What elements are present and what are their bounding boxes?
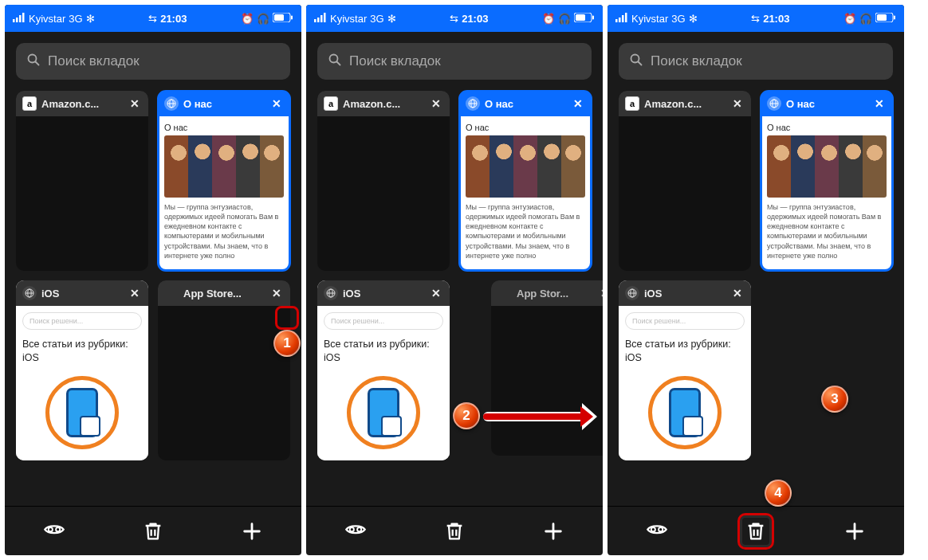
- signal-icon: [314, 13, 327, 25]
- search-icon: [630, 53, 643, 70]
- close-icon[interactable]: ✕: [872, 96, 887, 111]
- tab-search-input[interactable]: Поиск вкладок: [619, 43, 893, 80]
- svg-rect-35: [619, 18, 621, 22]
- svg-rect-3: [22, 13, 25, 22]
- ios-search-input[interactable]: Поиск решени...: [625, 312, 745, 330]
- tab-card-about[interactable]: О нас ✕ О нас Мы — группа энтузиастов, о…: [158, 91, 290, 271]
- marker-4: 4: [765, 480, 792, 507]
- svg-rect-39: [877, 14, 887, 21]
- close-icon[interactable]: ✕: [429, 286, 443, 300]
- about-text: Мы — группа энтузиастов, одержимых идеей…: [767, 202, 887, 260]
- apple-icon: [164, 286, 179, 300]
- status-bar: Kyivstar 3G ✻ ⇆ 21:03 ⏰ 🎧: [306, 5, 603, 32]
- svg-point-50: [659, 527, 663, 531]
- tab-card-amazon[interactable]: a Amazon.c... ✕: [16, 91, 148, 271]
- carrier-label: Kyivstar: [631, 13, 668, 25]
- close-icon[interactable]: ✕: [128, 96, 142, 111]
- about-heading: О нас: [767, 123, 887, 132]
- svg-rect-20: [324, 13, 326, 22]
- close-icon[interactable]: ✕: [571, 96, 585, 111]
- svg-rect-5: [274, 14, 284, 21]
- status-bar: Kyivstar 3G ✻ ⇆ 21:03 ⏰ 🎧: [608, 5, 904, 32]
- svg-rect-22: [576, 14, 585, 21]
- close-icon[interactable]: ✕: [429, 96, 443, 111]
- new-tab-button[interactable]: [234, 513, 270, 550]
- tab-title: App Store...: [183, 288, 265, 300]
- search-bar-wrap: Поиск вкладок: [608, 32, 904, 88]
- svg-rect-0: [13, 19, 15, 22]
- marker-3: 3: [821, 386, 848, 413]
- tab-card-about[interactable]: О нас ✕ О нас Мы — группа энтузиастов, о…: [761, 91, 893, 271]
- tab-card-ios[interactable]: iOS ✕ Поиск решени... Все статьи из рубр…: [317, 280, 450, 460]
- svg-rect-34: [615, 19, 618, 22]
- tab-card-about[interactable]: О нас ✕ О нас Мы — группа энтузиастов, о…: [459, 91, 592, 271]
- tab-card-appstore[interactable]: App Store... ✕: [158, 280, 290, 460]
- close-icon[interactable]: ✕: [269, 286, 284, 300]
- bottom-toolbar: [306, 506, 603, 555]
- svg-point-32: [350, 527, 354, 531]
- about-text: Мы — группа энтузиастов, одержимых идеей…: [164, 202, 284, 260]
- empty-slot: [761, 280, 893, 460]
- about-photo: [466, 135, 585, 198]
- tabs-grid: a Amazon.c... ✕ О нас ✕ О нас Мы — групп…: [5, 88, 301, 464]
- search-bar-wrap: Поиск вкладок: [306, 32, 603, 88]
- globe-icon: [22, 286, 37, 300]
- headphones-icon: 🎧: [859, 13, 872, 25]
- status-bar: Kyivstar 3G ✻ ⇆ 21:03 ⏰ 🎧: [5, 5, 301, 32]
- new-tab-button[interactable]: [836, 513, 873, 550]
- tab-card-amazon[interactable]: a Amazon.c... ✕: [619, 91, 751, 271]
- close-icon[interactable]: ✕: [730, 96, 745, 111]
- alarm-icon: ⏰: [843, 13, 856, 25]
- svg-point-15: [49, 527, 53, 531]
- time-label: 21:03: [763, 13, 789, 25]
- sync-icon: ⇆: [450, 13, 458, 25]
- tab-title: Amazon.c...: [41, 98, 123, 110]
- trash-button[interactable]: [737, 513, 774, 550]
- incognito-button[interactable]: [639, 513, 675, 550]
- svg-rect-1: [16, 18, 18, 22]
- svg-rect-6: [291, 15, 293, 19]
- svg-rect-2: [19, 15, 22, 22]
- ios-search-input[interactable]: Поиск решени...: [22, 312, 142, 330]
- close-icon[interactable]: ✕: [128, 286, 142, 300]
- new-tab-button[interactable]: [535, 513, 572, 550]
- tab-card-ios[interactable]: iOS ✕ Поиск решени... Все статьи из рубр…: [16, 280, 148, 460]
- svg-line-8: [36, 61, 39, 65]
- incognito-button[interactable]: [36, 513, 73, 550]
- close-icon[interactable]: ✕: [730, 286, 745, 300]
- close-icon[interactable]: ✕: [598, 286, 603, 300]
- bottom-toolbar: [608, 506, 904, 555]
- headphones-icon: 🎧: [257, 13, 269, 25]
- carrier-label: Kyivstar: [29, 13, 65, 25]
- signal-icon: [13, 13, 26, 25]
- tab-search-input[interactable]: Поиск вкладок: [317, 43, 592, 80]
- incognito-button[interactable]: [337, 513, 374, 550]
- amazon-icon: a: [324, 96, 338, 111]
- tab-search-input[interactable]: Поиск вкладок: [16, 43, 290, 80]
- svg-line-42: [639, 61, 642, 65]
- tab-title: Amazon.c...: [343, 98, 424, 110]
- trash-button[interactable]: [436, 513, 473, 550]
- battery-icon: [574, 13, 595, 25]
- tab-card-amazon[interactable]: a Amazon.c... ✕: [317, 91, 450, 271]
- sparkle-icon: ✻: [387, 13, 396, 25]
- amazon-icon: a: [625, 96, 639, 111]
- trash-button[interactable]: [135, 513, 171, 550]
- svg-line-25: [337, 61, 340, 65]
- search-placeholder: Поиск вкладок: [651, 53, 742, 69]
- search-icon: [328, 53, 341, 70]
- about-text: Мы — группа энтузиастов, одержимых идеей…: [466, 202, 585, 260]
- svg-rect-17: [314, 19, 317, 22]
- about-photo: [164, 135, 284, 198]
- search-placeholder: Поиск вкладок: [349, 53, 441, 69]
- ios-search-input[interactable]: Поиск решени...: [324, 312, 443, 330]
- tab-title: iOS: [644, 288, 725, 300]
- close-icon[interactable]: ✕: [269, 96, 284, 111]
- svg-point-49: [651, 527, 655, 531]
- svg-rect-23: [592, 15, 594, 19]
- ios-badge-icon: [45, 376, 119, 449]
- swipe-arrow-icon: [483, 413, 584, 420]
- tab-card-ios[interactable]: iOS ✕ Поиск решени... Все статьи из рубр…: [619, 280, 751, 460]
- sparkle-icon: ✻: [689, 13, 698, 25]
- ios-badge-icon: [347, 376, 420, 449]
